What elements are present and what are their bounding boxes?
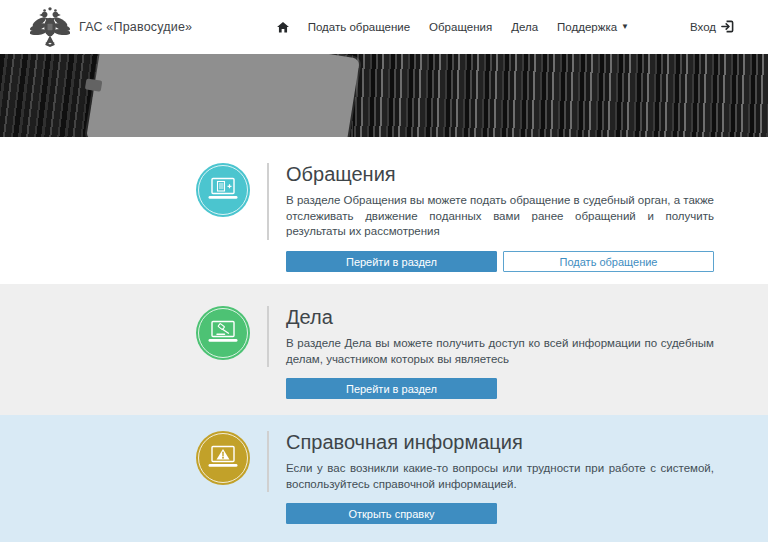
nav-item-submit-appeal[interactable]: Подать обращение xyxy=(308,21,410,33)
laptop-document-plus-icon xyxy=(196,163,250,217)
go-to-section-button[interactable]: Перейти в раздел xyxy=(286,251,497,272)
section-description: В разделе Дела вы можете получить доступ… xyxy=(286,336,714,367)
hero-folder-stripes xyxy=(353,54,768,137)
brand-title: ГАС «Правосудие» xyxy=(79,20,192,34)
login-label: Вход xyxy=(690,21,716,33)
main-nav: Подать обращение Обращения Дела Поддержк… xyxy=(277,20,734,35)
nav-label: Поддержка xyxy=(557,21,617,33)
section-title: Дела xyxy=(286,306,714,328)
vertical-divider xyxy=(267,163,269,240)
nav-item-support-dropdown[interactable]: Поддержка ▼ xyxy=(557,21,629,33)
section-description: Если у вас возникли какие-то вопросы или… xyxy=(286,461,714,492)
login-icon xyxy=(721,20,734,35)
nav-label: Обращения xyxy=(429,21,492,33)
hero-tilted-folder xyxy=(86,54,360,137)
laptop-warning-icon xyxy=(196,431,250,485)
coat-of-arms-logo[interactable] xyxy=(30,5,70,49)
section-cases: Дела В разделе Дела вы можете получить д… xyxy=(0,284,768,415)
go-to-section-button[interactable]: Перейти в раздел xyxy=(286,378,497,399)
chevron-down-icon: ▼ xyxy=(621,23,629,31)
header: ГАС «Правосудие» Подать обращение Обраще… xyxy=(0,0,768,54)
nav-item-cases[interactable]: Дела xyxy=(511,21,538,33)
home-nav-button[interactable] xyxy=(277,22,289,33)
hero-image-archive-folders xyxy=(0,54,768,137)
vertical-divider xyxy=(267,431,269,492)
nav-label: Подать обращение xyxy=(308,21,410,33)
section-title: Справочная информация xyxy=(286,431,714,453)
page: ГАС «Правосудие» Подать обращение Обраще… xyxy=(0,0,768,545)
submit-appeal-button[interactable]: Подать обращение xyxy=(503,251,714,272)
section-description: В разделе Обращения вы можете подать обр… xyxy=(286,193,714,240)
laptop-gavel-icon xyxy=(196,306,250,360)
home-icon xyxy=(277,22,289,33)
nav-label: Дела xyxy=(511,21,538,33)
nav-item-appeals[interactable]: Обращения xyxy=(429,21,492,33)
vertical-divider xyxy=(267,306,269,367)
section-appeals: Обращения В разделе Обращения вы можете … xyxy=(0,137,768,284)
section-title: Обращения xyxy=(286,163,714,185)
section-help-info: Справочная информация Если у вас возникл… xyxy=(0,415,768,542)
login-button[interactable]: Вход xyxy=(690,20,734,35)
open-help-button[interactable]: Открыть справку xyxy=(286,503,497,524)
